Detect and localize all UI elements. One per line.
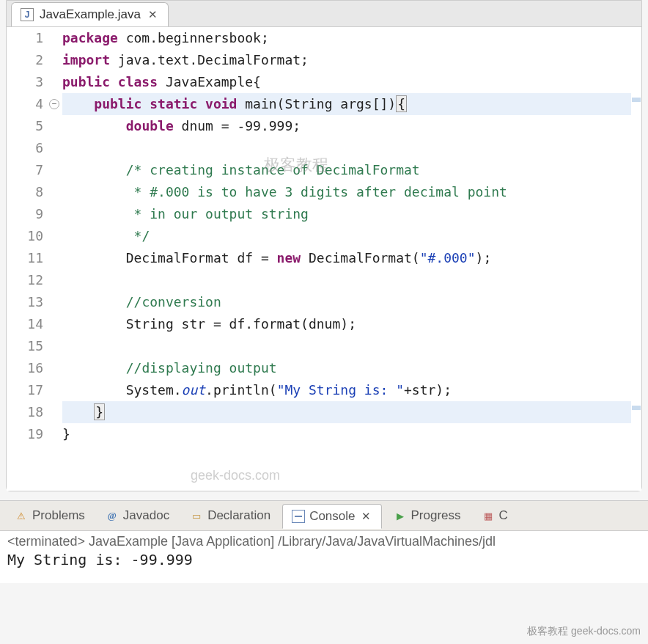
code-line[interactable]: } [62, 423, 631, 445]
tab-label: Declaration [207, 508, 270, 523]
code-text[interactable]: package com.beginnersbook;import java.te… [61, 27, 631, 491]
console-icon [292, 510, 305, 523]
tab-label: Progress [411, 508, 461, 523]
watermark: 极客教程 geek-docs.com [527, 625, 641, 638]
tab-label: Javadoc [123, 508, 169, 523]
code-line[interactable]: } [62, 401, 631, 423]
code-line[interactable]: */ [62, 225, 631, 247]
code-line[interactable]: package com.beginnersbook; [62, 27, 631, 49]
annotation-mark [632, 98, 641, 102]
line-number-gutter: 12345678910111213141516171819 [14, 27, 49, 491]
code-line[interactable]: * #.000 is to have 3 digits after decima… [62, 181, 631, 203]
code-line[interactable] [62, 335, 631, 357]
close-icon[interactable]: ✕ [147, 8, 159, 21]
problems-icon: ⚠ [15, 509, 28, 522]
code-line[interactable]: //conversion [62, 291, 631, 313]
code-line[interactable]: /* creating instance of DecimalFormat [62, 159, 631, 181]
marker-bar [7, 27, 14, 491]
fold-toggle[interactable]: − [49, 99, 59, 109]
editor-panel: J JavaExample.java ✕ 1234567891011121314… [6, 0, 642, 491]
annotation-strip [631, 27, 641, 491]
code-line[interactable]: public static void main(String args[]){ [62, 93, 631, 115]
annotation-mark [632, 406, 641, 410]
tab-console[interactable]: Console ✕ [282, 504, 381, 529]
console-header: <terminated> JavaExample [Java Applicati… [7, 534, 641, 549]
editor-tab-title: JavaExample.java [40, 7, 141, 22]
code-line[interactable]: DecimalFormat df = new DecimalFormat("#.… [62, 247, 631, 269]
code-line[interactable] [62, 269, 631, 291]
progress-icon: ▶ [394, 509, 407, 522]
code-line[interactable] [62, 137, 631, 159]
tab-coverage[interactable]: ▦ C [473, 504, 517, 527]
code-line[interactable]: import java.text.DecimalFormat; [62, 49, 631, 71]
editor-tab[interactable]: J JavaExample.java ✕ [11, 2, 169, 26]
javadoc-icon: @ [106, 509, 119, 522]
tab-progress[interactable]: ▶ Progress [385, 504, 470, 527]
coverage-icon: ▦ [482, 509, 495, 522]
close-icon[interactable]: ✕ [360, 510, 372, 523]
code-line[interactable]: System.out.println("My String is: "+str)… [62, 379, 631, 401]
console-body: <terminated> JavaExample [Java Applicati… [0, 531, 648, 583]
java-file-icon: J [21, 8, 34, 21]
bottom-panel: ⚠ Problems @ Javadoc ▭ Declaration Conso… [0, 500, 648, 583]
code-line[interactable]: String str = df.format(dnum); [62, 313, 631, 335]
tab-label: C [499, 508, 508, 523]
tab-label: Console [309, 509, 355, 524]
tab-declaration[interactable]: ▭ Declaration [181, 504, 279, 527]
console-output: My String is: -99.999 [7, 551, 641, 568]
bottom-tab-bar: ⚠ Problems @ Javadoc ▭ Declaration Conso… [0, 500, 648, 531]
declaration-icon: ▭ [190, 509, 203, 522]
code-area[interactable]: 12345678910111213141516171819 − package … [7, 27, 641, 491]
fold-strip: − [49, 27, 61, 491]
code-line[interactable]: double dnum = -99.999; [62, 115, 631, 137]
editor-tab-bar: J JavaExample.java ✕ [7, 1, 641, 27]
tab-javadoc[interactable]: @ Javadoc [97, 504, 178, 527]
tab-label: Problems [32, 508, 85, 523]
tab-problems[interactable]: ⚠ Problems [6, 504, 94, 527]
code-line[interactable]: * in our output string [62, 203, 631, 225]
code-line[interactable]: //displaying output [62, 357, 631, 379]
code-line[interactable]: public class JavaExample{ [62, 71, 631, 93]
